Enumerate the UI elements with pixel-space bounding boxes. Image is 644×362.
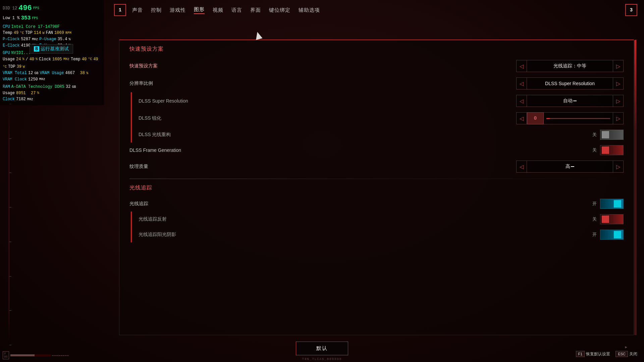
label-resolution-scale: 分辨率比例 <box>129 80 153 86</box>
nav-item-gameplay[interactable]: 游戏性 <box>170 7 186 13</box>
hud-gpu-clock-val: 1605 <box>52 56 62 63</box>
hud-fps-low-unit: FPS <box>32 16 38 21</box>
arrow-right-texture[interactable]: ▷ <box>613 161 624 173</box>
hud-fps-low: 353 <box>21 14 31 22</box>
toggle-switch-rt-reflections[interactable] <box>600 214 624 224</box>
selector-dlss-super-res[interactable]: ◁ 自动 ▷ <box>516 95 624 107</box>
hud-tdp-label: TDP <box>25 30 33 36</box>
label-rt-reflections: 光线追踪反射 <box>139 216 167 222</box>
toggle-switch-rt-sun-shadows[interactable] <box>600 230 624 240</box>
text-cursor-texture <box>571 166 574 167</box>
version-bar-fill <box>10 354 35 356</box>
arrow-left-res[interactable]: ◁ <box>516 77 527 89</box>
default-button[interactable]: 默认 <box>296 342 348 355</box>
slider-dlss-sharpening[interactable]: ◁ 0 ▷ <box>516 112 624 124</box>
selector-resolution-scale[interactable]: ◁ DLSS Super Resolution ▷ <box>516 77 624 89</box>
arrow-right-dlss-sr[interactable]: ▷ <box>613 95 624 107</box>
label-rt-sun-shadows: 光线追踪阳光阴影 <box>139 232 176 238</box>
nav-item-ui[interactable]: 界面 <box>250 7 261 13</box>
hud-ram-name: A-DATA Technology DDR5 <box>11 84 64 90</box>
arrow-right-sharp[interactable]: ▷ <box>613 112 624 124</box>
hud-gpu-usage-val: 24 <box>16 56 21 63</box>
hud-fan-val: 1069 <box>54 30 64 36</box>
arrow-left-texture[interactable]: ◁ <box>516 161 527 173</box>
nav-item-graphics[interactable]: 图形 <box>194 6 205 14</box>
top-nav: 1 声音 控制 游戏性 图形 视频 语言 界面 键位绑定 辅助选项 3 <box>114 4 637 16</box>
nav-bracket-left: 1 <box>114 4 126 16</box>
hud-gpu-usage2: 40 <box>30 56 34 63</box>
row-ray-tracing: 光线追踪 开 <box>129 196 624 212</box>
toggle-rt-reflections[interactable]: 关 <box>583 214 624 224</box>
arrow-left-sharp[interactable]: ◁ <box>516 112 527 124</box>
hud-eclock-val: 4190 <box>21 43 31 49</box>
slider-fill-sharp <box>546 118 550 119</box>
hud-temp-unit: °C <box>20 31 24 36</box>
deco-ticks <box>9 104 11 345</box>
nav-item-keybinding[interactable]: 键位绑定 <box>269 7 290 13</box>
hud-vram-usage-label: VRAM Usage <box>40 70 64 76</box>
hud-pusage-val: 35.4 <box>58 36 67 43</box>
value-texture-quality: 高 <box>527 161 613 173</box>
hud-cpu-name: Intel Core i7-14790F <box>11 24 60 30</box>
hud-low-label: Low 1 % <box>3 15 19 21</box>
hint-restore: F1 恢复默认设置 <box>576 351 610 357</box>
nav-items: 声音 控制 游戏性 图形 视频 语言 界面 键位绑定 辅助选项 <box>132 6 625 14</box>
arrow-right-fast-preset[interactable]: ▷ <box>613 60 624 72</box>
close-label: 关闭 <box>629 351 637 357</box>
label-dlss-ray-recon: DLSS 光线重构 <box>139 132 171 138</box>
hud-pclock-unit: MHz <box>32 37 38 42</box>
hud-gpu-label: GPU <box>3 50 10 56</box>
hud-cpu-label: CPU <box>3 24 10 30</box>
text-cursor <box>573 101 577 101</box>
hud-temp-val: 49 <box>14 30 18 36</box>
hud-temp-label: Temp <box>3 30 12 36</box>
hud-gpu-clock-label: Clock <box>39 56 51 63</box>
slider-track-sharp[interactable] <box>544 112 613 124</box>
restore-label: 恢复默认设置 <box>586 351 610 357</box>
row-fast-preset: 快速预设方案 ◁ 光线追踪：中等 ▷ <box>129 57 624 75</box>
slider-bar-sharp <box>546 118 610 119</box>
label-dlss-sharpening: DLSS 锐化 <box>139 115 161 121</box>
hud-tdp-val: 114 <box>34 30 41 36</box>
toggle-ray-tracing[interactable]: 开 <box>583 199 624 209</box>
hud-pclock-val: 5287 <box>21 36 31 43</box>
nav-item-video[interactable]: 视频 <box>213 7 223 13</box>
settings-content: 快速预设方案 快速预设方案 ◁ 光线追踪：中等 ▷ 分辨率比例 ◁ DLSS S… <box>119 40 634 335</box>
hud-fan-label: FAN <box>46 30 53 36</box>
label-texture-quality: 纹理质量 <box>129 164 148 170</box>
label-dlss-frame-gen: DLSS Frame Generation <box>129 147 181 153</box>
label-dlss-super-res: DLSS Super Resolution <box>139 98 188 104</box>
toggle-dlss-ray-recon[interactable]: 关 <box>583 130 624 140</box>
section-divider <box>129 179 624 179</box>
toggle-switch-dlss-ray-recon[interactable] <box>600 130 624 140</box>
esc-key: ESC <box>615 351 628 357</box>
nav-item-control[interactable]: 控制 <box>151 7 162 13</box>
nav-item-language[interactable]: 语言 <box>231 7 242 13</box>
benchmark-tooltip[interactable]: B运行基准测试 <box>30 44 73 54</box>
hud-gpu-usage-label: Usage <box>3 56 15 63</box>
arrow-left-fast-preset[interactable]: ◁ <box>516 60 527 72</box>
bottom-bar: 默认 <box>0 342 644 355</box>
nav-item-accessibility[interactable]: 辅助选项 <box>299 7 320 13</box>
bottom-right-arrow: ▶ <box>625 345 627 349</box>
row-dlss-ray-recon: DLSS 光线重构 关 <box>131 127 624 142</box>
row-rt-sun-shadows: 光线追踪阳光阴影 开 <box>131 227 624 242</box>
benchmark-text: 运行基准测试 <box>41 46 69 52</box>
arrow-right-res[interactable]: ▷ <box>613 77 624 89</box>
value-dlss-super-res: 自动 <box>527 95 613 107</box>
toggle-rt-sun-shadows[interactable]: 开 <box>583 230 624 240</box>
slider-value-sharp: 0 <box>527 112 544 124</box>
arrow-left-dlss-sr[interactable]: ◁ <box>516 95 527 107</box>
selector-fast-preset[interactable]: ◁ 光线追踪：中等 ▷ <box>516 60 624 72</box>
hint-close: ESC 关闭 <box>615 351 637 357</box>
nav-item-sound[interactable]: 声音 <box>132 7 143 13</box>
value-resolution-scale: DLSS Super Resolution <box>527 77 613 89</box>
toggle-dlss-frame-gen[interactable]: 关 <box>583 145 624 155</box>
nav-bracket-right: 3 <box>625 4 637 16</box>
selector-texture-quality[interactable]: ◁ 高 ▷ <box>516 161 624 173</box>
benchmark-b-key: B <box>34 46 39 52</box>
toggle-switch-ray-tracing[interactable] <box>600 199 624 209</box>
toggle-label-rt-sun-shadows: 开 <box>592 232 597 238</box>
toggle-switch-frame-gen[interactable] <box>600 145 624 155</box>
hud-d3d: D3D 12 <box>3 5 17 12</box>
